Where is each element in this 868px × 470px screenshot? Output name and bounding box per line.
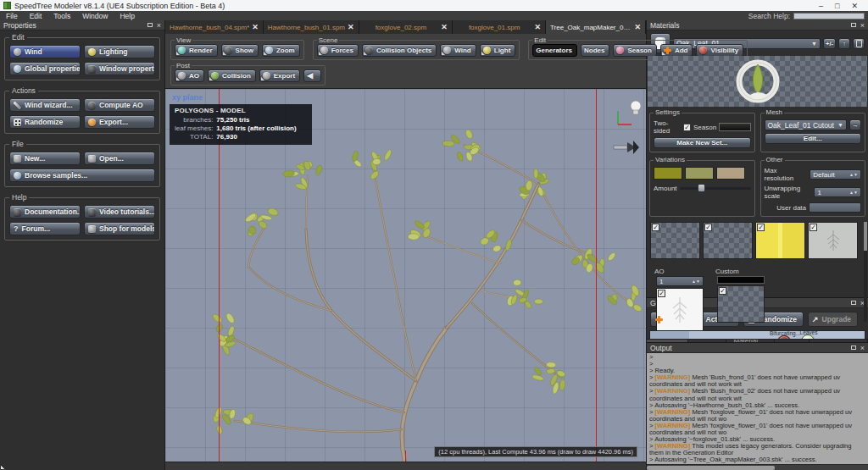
forces-button[interactable]: Forces [317,44,359,57]
material-preview[interactable] [648,56,867,107]
tab-close-icon[interactable]: ✕ [441,23,448,31]
log-line: > [WARNING] Mesh 'Bush_frond_01' does no… [649,374,865,388]
ao-thumbnail[interactable]: ✓ [656,288,704,332]
menu-file[interactable]: File [0,11,24,20]
two-sided-checkbox[interactable]: ✓ [683,124,691,131]
season-swatch[interactable] [719,123,750,131]
menu-edit[interactable]: Edit [24,11,48,20]
compute-ao-button[interactable]: Compute AO [84,98,155,112]
float-panel-icon[interactable] [147,23,153,27]
documentation-button[interactable]: Documentation... [9,205,81,218]
video-tutorials-button[interactable]: Video tutorials... [84,205,155,218]
global-properties-button[interactable]: Global properties [9,62,81,75]
texture-enabled-checkbox[interactable]: ✓ [652,224,659,231]
wind-scene-button[interactable]: Wind [440,44,476,57]
collision-objects-button[interactable]: Collision Objects [362,44,437,57]
up-arrow-icon: ↑ [843,40,846,47]
close-panel-icon[interactable]: × [157,23,161,28]
tab-close-icon[interactable]: ✕ [534,23,541,31]
unwrapping-scale-input[interactable]: 1▲▼ [814,187,861,197]
maximize-icon[interactable]: □ [835,2,839,10]
light-bulb-widget[interactable] [628,99,643,121]
export-button[interactable]: Export... [84,115,155,129]
browse-samples-button[interactable]: Browse samples... [9,169,155,182]
minimize-icon[interactable]: – [819,2,823,10]
slider-thumb[interactable] [698,184,705,192]
mesh-goto-button[interactable]: → [849,119,861,130]
import-material-button[interactable]: ↑ [838,38,850,49]
float-panel-icon[interactable] [851,346,856,350]
lighting-button[interactable]: Lighting [84,45,155,58]
tab-foxglove-02[interactable]: foxglove_02.spm✕ [359,20,453,34]
texture-enabled-checkbox[interactable]: ✓ [810,224,817,231]
shop-for-models-button[interactable]: Shop for models... [84,222,155,235]
make-new-set-button[interactable]: Make New Set... [654,137,751,148]
close-panel-icon[interactable]: × [860,23,865,28]
zoom-button[interactable]: Zoom [262,44,300,57]
generation-upgrade-button[interactable]: ↗Upgrade [808,312,858,327]
randomize-button[interactable]: Randomize [9,115,81,129]
custom-thumbnail[interactable]: ✓ [717,285,765,323]
light-direction-widget[interactable] [613,140,642,155]
new-button[interactable]: New... [9,152,81,165]
amount-slider[interactable] [680,187,751,190]
wind-button[interactable]: Wind [9,45,81,58]
close-panel-icon[interactable]: × [860,346,865,351]
materials-scrollbar[interactable] [864,222,867,322]
texture-thumbnails: ✓ ✓ ✓ ✓ [647,218,868,261]
menu-window[interactable]: Window [76,11,114,20]
menu-tools[interactable]: Tools [47,11,76,20]
menu-help[interactable]: Help [114,11,140,20]
mesh-select[interactable]: Oak_Leaf_01 Cutout▼ [765,119,848,130]
collision-button[interactable]: Collision [208,69,256,82]
ao-button[interactable]: AO [175,69,204,82]
ao-enabled-checkbox[interactable]: ✓ [658,290,665,297]
season-button[interactable]: Season [613,44,656,57]
max-resolution-select[interactable]: Default▲▼ [810,169,861,180]
add-remove-material-button[interactable]: +/- [823,38,836,49]
generators-button[interactable]: Generators [532,44,577,57]
tab-tree-oak-mapmaker-003[interactable]: Tree_Oak_mapMaker_003.spm✕ [546,20,646,34]
output-scrollbar[interactable] [647,464,868,470]
upgrade-arrow-icon: ↗ [812,316,819,323]
variation-swatch-3[interactable] [716,167,745,180]
tab-hawthorne-bush-04[interactable]: Hawthorne_bush_04.spm*✕ [165,20,264,34]
open-button[interactable]: Open... [84,152,155,165]
texture-thumb-normal[interactable]: ✓ [650,222,700,259]
custom-color-swatch[interactable] [717,276,765,284]
float-panel-icon[interactable] [851,301,856,305]
texture-enabled-checkbox[interactable]: ✓ [704,224,712,231]
variation-swatch-1[interactable] [654,167,682,180]
back-arrow-button[interactable]: ◀ [303,69,321,82]
export-post-button[interactable]: Export [259,69,300,82]
show-button[interactable]: Show [221,44,259,57]
texture-enabled-checkbox[interactable]: ✓ [757,224,765,231]
forum-button[interactable]: ?Forum... [9,222,81,235]
ao-value-input[interactable]: 1▲▼ [656,276,704,286]
nodes-button[interactable]: Nodes [581,44,609,57]
3d-viewport[interactable]: xy plane POLYGONS - MODEL branches:75,25… [165,89,646,462]
window-properties-button[interactable]: Window properties [84,62,155,75]
tab-hawthorne-bush-01[interactable]: Hawthorne_bush_01.spm✕ [264,20,359,34]
texture-thumb-specular[interactable]: ✓ [808,222,858,259]
float-panel-icon[interactable] [851,23,856,27]
generation-node-graph[interactable]: Tree Trunk Bifurcating... Bifurcating...… [649,330,865,340]
variation-swatch-2[interactable] [685,167,714,180]
texture-thumb-detail[interactable]: ✓ [703,222,753,259]
mesh-edit-button[interactable]: Edit... [765,133,862,144]
search-help-input[interactable] [793,13,865,19]
user-data-input[interactable] [809,202,861,213]
texture-thumb-subsurface[interactable]: ✓ [755,222,805,259]
tab-close-icon[interactable]: ✕ [252,23,259,31]
add-button[interactable]: Add [660,44,693,57]
visibility-button[interactable]: Visibility [696,44,743,57]
tab-close-icon[interactable]: ✕ [348,23,354,31]
light-button[interactable]: Light [480,44,516,57]
render-button[interactable]: Render [175,44,218,57]
tab-foxglove-01[interactable]: foxglove_01.spm✕ [453,20,546,34]
wind-wizard-button[interactable]: Wind wizard... [9,98,81,112]
copy-material-button[interactable] [853,38,865,49]
custom-enabled-checkbox[interactable]: ✓ [719,287,726,295]
close-icon[interactable]: ✕ [851,2,858,10]
tab-close-icon[interactable]: ✕ [634,23,641,31]
